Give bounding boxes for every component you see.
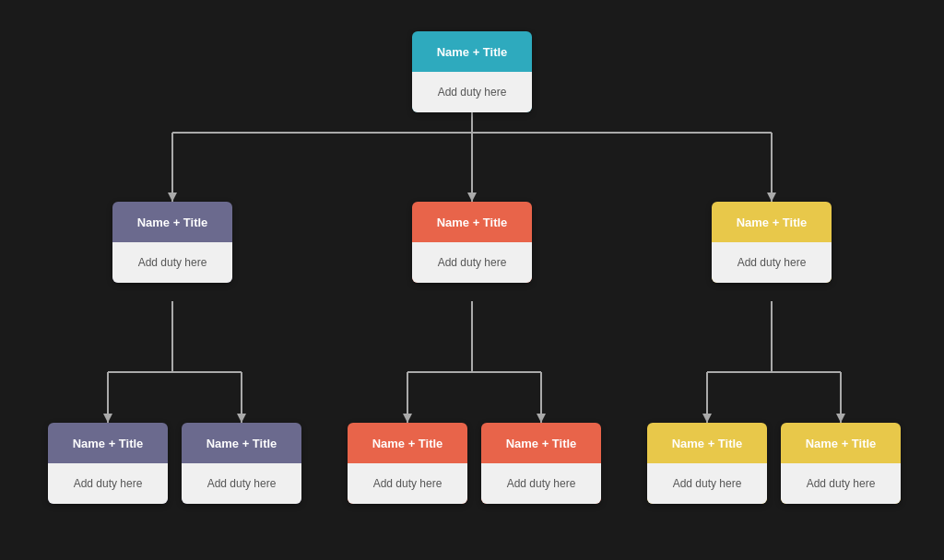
node-root-body: Add duty here: [412, 72, 532, 112]
org-chart: Name + Title Add duty here Name + Title …: [20, 13, 924, 547]
node-right-header: Name + Title: [712, 202, 832, 242]
node-ll[interactable]: Name + Title Add duty here: [48, 423, 168, 504]
node-root-header: Name + Title: [412, 31, 532, 72]
node-rl-body: Add duty here: [647, 463, 767, 504]
svg-marker-22: [537, 414, 546, 423]
node-center-body: Add duty here: [412, 242, 532, 283]
node-left-header: Name + Title: [112, 202, 232, 242]
node-left-body: Add duty here: [112, 242, 232, 283]
svg-marker-15: [237, 414, 246, 423]
node-cl-body: Add duty here: [348, 463, 467, 504]
node-right-body: Add duty here: [712, 242, 832, 283]
node-rl-header: Name + Title: [647, 423, 767, 463]
node-lr[interactable]: Name + Title Add duty here: [182, 423, 301, 504]
node-ll-header: Name + Title: [48, 423, 168, 463]
svg-marker-21: [403, 414, 412, 423]
svg-marker-28: [702, 414, 712, 423]
node-right[interactable]: Name + Title Add duty here: [712, 202, 832, 283]
svg-marker-14: [103, 414, 112, 423]
svg-marker-7: [467, 192, 477, 202]
node-cr-header: Name + Title: [481, 423, 601, 463]
node-center-header: Name + Title: [412, 202, 532, 242]
node-rl[interactable]: Name + Title Add duty here: [647, 423, 767, 504]
node-ll-body: Add duty here: [48, 463, 168, 504]
node-cl[interactable]: Name + Title Add duty here: [348, 423, 467, 504]
node-lr-header: Name + Title: [182, 423, 301, 463]
node-rr[interactable]: Name + Title Add duty here: [781, 423, 901, 504]
node-rr-body: Add duty here: [781, 463, 901, 504]
svg-marker-29: [836, 414, 845, 423]
node-cr-body: Add duty here: [481, 463, 601, 504]
svg-marker-8: [767, 192, 776, 202]
node-lr-body: Add duty here: [182, 463, 301, 504]
svg-marker-6: [168, 192, 177, 202]
node-root[interactable]: Name + Title Add duty here: [412, 31, 532, 112]
node-left[interactable]: Name + Title Add duty here: [112, 202, 232, 283]
node-center[interactable]: Name + Title Add duty here: [412, 202, 532, 283]
node-cr[interactable]: Name + Title Add duty here: [481, 423, 601, 504]
node-rr-header: Name + Title: [781, 423, 901, 463]
node-cl-header: Name + Title: [348, 423, 467, 463]
